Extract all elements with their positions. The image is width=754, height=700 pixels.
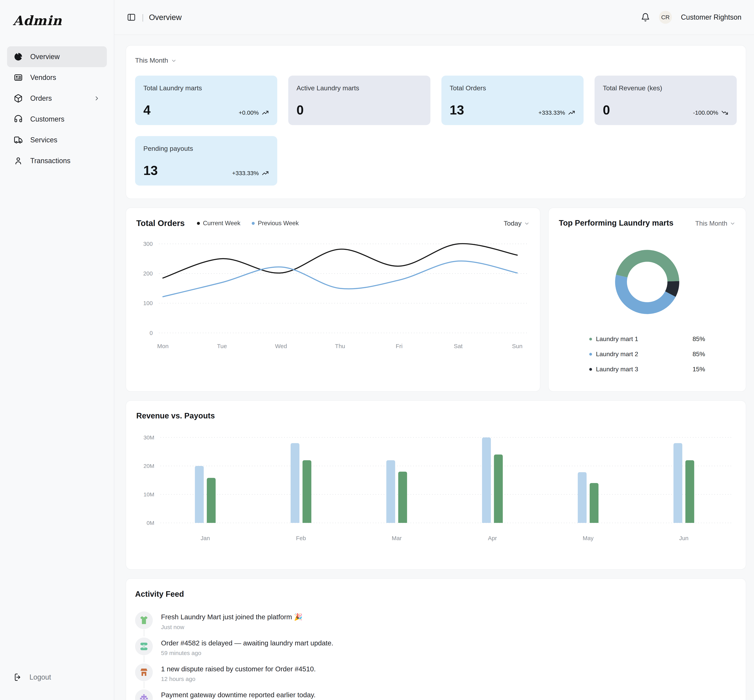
svg-text:May: May [583,535,594,541]
svg-text:300: 300 [143,241,153,247]
id-card-icon [14,73,23,82]
stat-trend-value: -100.00% [693,109,718,116]
stat-card-label: Total Orders [450,84,575,92]
stat-card-pending-payouts: Pending payouts 13 +333.33% [135,136,277,186]
sidebar-item-customers[interactable]: Customers [7,109,107,130]
charts-row: Total Orders Current Week Previous Week … [126,208,746,392]
stats-period-label: This Month [135,56,168,64]
timeline-connector [144,630,144,636]
orders-period-label: Today [504,220,521,227]
svg-text:30M: 30M [144,434,155,441]
revenue-chart-title: Revenue vs. Payouts [136,411,215,420]
legend-label: Current Week [203,220,240,227]
svg-text:100: 100 [143,300,153,306]
chevron-right-icon [94,95,100,102]
stat-trend-value: +0.00% [239,109,259,116]
svg-text:Mon: Mon [157,343,169,349]
svg-text:200: 200 [143,270,153,277]
activity-feed-title: Activity Feed [135,590,184,598]
top-marts-period-label: This Month [695,220,727,227]
sidebar-item-label: Overview [30,53,60,61]
chevron-down-icon [524,220,530,226]
legend-label: Laundry mart 3 [596,366,638,373]
orders-period-dropdown[interactable]: Today [504,220,530,227]
activity-item: Payment gateway downtime reported earlie… [135,689,737,700]
headset-icon [14,115,23,124]
activity-time: 59 minutes ago [161,650,333,656]
sidebar-item-orders[interactable]: Orders [7,88,107,109]
stats-cards-row-1: Total Laundry marts 4 +0.00% Active Laun… [135,76,737,186]
stat-card-value: 0 [603,103,610,116]
legend-dot [589,353,592,356]
activity-time: 12 hours ago [161,676,316,682]
orders-chart-legend: Current Week Previous Week [197,220,299,227]
invader-icon [135,689,153,700]
person-icon [14,156,23,165]
trending-up-icon [568,109,575,116]
stat-card-total-revenue: Total Revenue (kes) 0 -100.00% [595,76,737,125]
stat-card-value: 13 [143,164,158,177]
donut-legend: Laundry mart 1 85% Laundry mart 2 85% La… [589,335,705,373]
stat-card-total-orders: Total Orders 13 +333.33% [442,76,584,125]
activity-item: Fresh Laundry Mart just joined the platf… [135,611,737,638]
stat-card-label: Active Laundry marts [297,84,422,92]
package-icon [14,94,23,103]
legend-label: Laundry mart 2 [596,350,638,358]
sidebar-item-label: Vendors [30,73,56,82]
svg-text:0M: 0M [147,520,155,526]
sidebar-item-transactions[interactable]: Transactions [7,150,107,171]
svg-text:Feb: Feb [296,535,306,541]
activity-text: Order #4582 is delayed — awaiting laundr… [161,638,333,647]
donut-legend-row: Laundry mart 1 85% [589,335,705,343]
logout-label: Logout [30,673,51,681]
legend-label: Previous Week [258,220,299,227]
activity-time: Just now [161,624,303,630]
sidebar-item-label: Orders [30,94,52,103]
legend-percent: 15% [693,366,705,373]
svg-text:Apr: Apr [488,535,497,541]
stat-trend: +0.00% [239,109,269,116]
stat-trend: +333.33% [539,109,575,116]
logout-button[interactable]: Logout [7,668,107,686]
svg-text:Thu: Thu [335,343,345,349]
app-logo: Admin [13,13,107,28]
top-marts-period-dropdown[interactable]: This Month [695,219,735,227]
chevron-down-icon [171,58,177,63]
legend-previous-week: Previous Week [252,220,299,227]
logout-icon [14,673,22,681]
sidebar-item-vendors[interactable]: Vendors [7,67,107,88]
stat-card-label: Pending payouts [143,145,269,152]
sidebar-item-overview[interactable]: Overview [7,46,107,67]
top-marts-panel: Top Performing Laundry marts This Month … [548,208,746,392]
activity-list: Fresh Laundry Mart just joined the platf… [135,611,737,700]
stat-trend: +333.33% [232,169,269,177]
shirt-icon [135,611,153,629]
stat-trend: -100.00% [693,109,729,116]
legend-dot [589,338,592,341]
sidebar-item-label: Transactions [30,157,70,165]
stat-card-active-laundry-marts: Active Laundry marts 0 [288,76,431,125]
activity-text: Payment gateway downtime reported earlie… [161,689,315,699]
svg-text:Tue: Tue [217,343,227,349]
truck-icon [14,136,23,145]
avatar[interactable]: CR [659,11,672,24]
stat-card-value: 4 [143,103,151,116]
revenue-payouts-bar-chart: 30M20M10M0MJanFebMarAprMayJun [136,427,735,561]
activity-text: 1 new dispute raised by customer for Ord… [161,664,316,673]
user-name[interactable]: Customer Rightson [681,13,742,22]
svg-text:20M: 20M [144,463,155,469]
stats-period-dropdown[interactable]: This Month [135,56,177,64]
sidebar-item-services[interactable]: Services [7,130,107,150]
stat-card-value: 0 [297,103,304,116]
top-marts-donut-chart [605,240,689,324]
donut-legend-row: Laundry mart 3 15% [589,366,705,373]
revenue-payouts-panel: Revenue vs. Payouts 30M20M10M0MJanFebMar… [126,400,746,570]
svg-text:Fri: Fri [396,343,403,349]
sidebar-item-label: Customers [30,115,64,123]
notifications-bell-icon[interactable] [641,13,650,22]
svg-text:10M: 10M [144,491,155,498]
legend-percent: 85% [693,335,705,343]
sidebar-toggle-icon[interactable] [127,13,136,22]
orders-chart-title: Total Orders [136,219,185,228]
pie-chart-icon [14,52,23,61]
